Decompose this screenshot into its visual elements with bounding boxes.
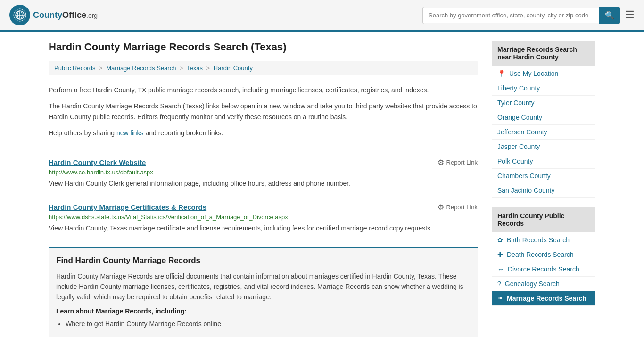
link-2-anchor[interactable]: Hardin County Marriage Certificates & Re… xyxy=(49,203,206,211)
sidebar-item-polk[interactable]: Polk County xyxy=(492,154,595,169)
page-title: Hardin County Marriage Records Search (T… xyxy=(49,41,478,53)
sidebar-item-jasper[interactable]: Jasper County xyxy=(492,140,595,154)
link-entry-header-1: Hardin County Clerk Website ⚙ Report Lin… xyxy=(49,158,478,167)
genealogy-link[interactable]: Genealogy Search xyxy=(505,280,560,288)
death-records-link[interactable]: Death Records Search xyxy=(507,251,574,258)
breadcrumb-texas[interactable]: Texas xyxy=(187,65,203,72)
sidebar-item-use-my-location[interactable]: 📍 Use My Location xyxy=(492,66,595,81)
polk-county-link[interactable]: Polk County xyxy=(497,157,533,165)
description-para1: Perform a free Hardin County, TX public … xyxy=(49,85,478,95)
jasper-county-link[interactable]: Jasper County xyxy=(497,143,540,150)
link-url-1: http://www.co.hardin.tx.us/default.aspx xyxy=(49,169,478,176)
jefferson-county-link[interactable]: Jefferson County xyxy=(497,128,547,136)
new-links-link[interactable]: new links xyxy=(116,129,144,137)
link-title-2: Hardin County Marriage Certificates & Re… xyxy=(49,203,206,211)
report-label-1: Report Link xyxy=(446,159,478,166)
sidebar-item-liberty[interactable]: Liberty County xyxy=(492,81,595,96)
breadcrumb: Public Records > Marriage Records Search… xyxy=(49,61,478,75)
death-icon: ✚ xyxy=(497,251,503,258)
birth-records-link[interactable]: Birth Records Search xyxy=(507,236,570,244)
liberty-county-link[interactable]: Liberty County xyxy=(497,84,540,92)
divorce-records-link[interactable]: Divorce Records Search xyxy=(508,265,579,273)
menu-icon[interactable]: ☰ xyxy=(625,9,635,21)
link-url-2: https://www.dshs.state.tx.us/Vital_Stati… xyxy=(49,214,478,221)
header: CountyOffice.org 🔍 ☰ xyxy=(0,0,644,32)
sidebar-item-chambers[interactable]: Chambers County xyxy=(492,169,595,183)
sidebar-item-divorce[interactable]: ↔ Divorce Records Search xyxy=(492,262,595,277)
main-container: Hardin County Marriage Records Search (T… xyxy=(39,32,605,355)
logo-text: CountyOffice.org xyxy=(33,10,98,20)
content-area: Hardin County Marriage Records Search (T… xyxy=(49,41,478,346)
divorce-icon: ↔ xyxy=(497,265,504,273)
search-button[interactable]: 🔍 xyxy=(599,7,620,24)
learn-list: Where to get Hardin County Marriage Reco… xyxy=(56,319,470,329)
find-section-para: Hardin County Marriage Records are offic… xyxy=(56,271,470,303)
sidebar-item-san-jacinto[interactable]: San Jacinto County xyxy=(492,183,595,198)
link-desc-1: View Hardin County Clerk general informa… xyxy=(49,179,478,189)
sidebar-item-genealogy[interactable]: ? Genealogy Search xyxy=(492,277,595,291)
link-entry-header-2: Hardin County Marriage Certificates & Re… xyxy=(49,203,478,212)
breadcrumb-hardin-county[interactable]: Hardin County xyxy=(214,65,253,72)
link-1-anchor[interactable]: Hardin County Clerk Website xyxy=(49,158,146,166)
report-link-1[interactable]: ⚙ Report Link xyxy=(438,158,478,167)
header-right: 🔍 ☰ xyxy=(422,7,635,24)
find-section-title: Find Hardin County Marriage Records xyxy=(56,256,470,265)
report-label-2: Report Link xyxy=(446,204,478,211)
description-para2: The Hardin County Marriage Records Searc… xyxy=(49,101,478,122)
birth-icon: ✿ xyxy=(497,236,503,244)
sidebar-item-marriage[interactable]: ⚭ Marriage Records Search xyxy=(492,291,595,306)
chambers-county-link[interactable]: Chambers County xyxy=(497,172,551,180)
sidebar-item-orange[interactable]: Orange County xyxy=(492,110,595,125)
sidebar-item-death[interactable]: ✚ Death Records Search xyxy=(492,247,595,262)
genealogy-icon: ? xyxy=(497,280,501,288)
sidebar: Marriage Records Search near Hardin Coun… xyxy=(492,41,595,346)
link-desc-2: View Hardin County, Texas marriage certi… xyxy=(49,223,478,233)
breadcrumb-sep3: > xyxy=(206,65,210,72)
logo: CountyOffice.org xyxy=(9,5,98,25)
learn-title: Learn about Marriage Records, including: xyxy=(56,307,470,315)
san-jacinto-county-link[interactable]: San Jacinto County xyxy=(497,187,554,194)
marriage-records-link[interactable]: Marriage Records Search xyxy=(507,295,586,302)
tyler-county-link[interactable]: Tyler County xyxy=(497,99,535,107)
marriage-icon: ⚭ xyxy=(497,295,503,302)
use-my-location-link[interactable]: Use My Location xyxy=(509,70,558,77)
sidebar-nearby: Marriage Records Search near Hardin Coun… xyxy=(492,41,595,198)
search-bar[interactable]: 🔍 xyxy=(422,7,620,24)
learn-section: Learn about Marriage Records, including:… xyxy=(56,307,470,329)
search-input[interactable] xyxy=(423,8,599,23)
link-title-1: Hardin County Clerk Website xyxy=(49,158,146,166)
find-section: Find Hardin County Marriage Records Hard… xyxy=(49,247,478,337)
sidebar-nearby-title: Marriage Records Search near Hardin Coun… xyxy=(492,41,595,66)
sidebar-public-records: Hardin County Public Records ✿ Birth Rec… xyxy=(492,207,595,306)
breadcrumb-marriage-records[interactable]: Marriage Records Search xyxy=(106,65,176,72)
report-icon-1: ⚙ xyxy=(438,158,444,167)
logo-icon xyxy=(9,5,30,25)
breadcrumb-sep1: > xyxy=(99,65,103,72)
sidebar-public-title: Hardin County Public Records xyxy=(492,207,595,232)
location-icon: 📍 xyxy=(497,70,505,77)
link-entry-2: Hardin County Marriage Certificates & Re… xyxy=(49,203,478,233)
sidebar-item-jefferson[interactable]: Jefferson County xyxy=(492,125,595,140)
learn-item-1: Where to get Hardin County Marriage Reco… xyxy=(66,319,470,329)
breadcrumb-sep2: > xyxy=(180,65,183,72)
report-link-2[interactable]: ⚙ Report Link xyxy=(438,203,478,212)
report-icon-2: ⚙ xyxy=(438,203,444,212)
orange-county-link[interactable]: Orange County xyxy=(497,114,542,121)
sidebar-item-birth[interactable]: ✿ Birth Records Search xyxy=(492,233,595,247)
description-para3: Help others by sharing new links and rep… xyxy=(49,128,478,138)
breadcrumb-public-records[interactable]: Public Records xyxy=(54,65,95,72)
link-entry-1: Hardin County Clerk Website ⚙ Report Lin… xyxy=(49,158,478,189)
sidebar-item-tyler[interactable]: Tyler County xyxy=(492,96,595,110)
